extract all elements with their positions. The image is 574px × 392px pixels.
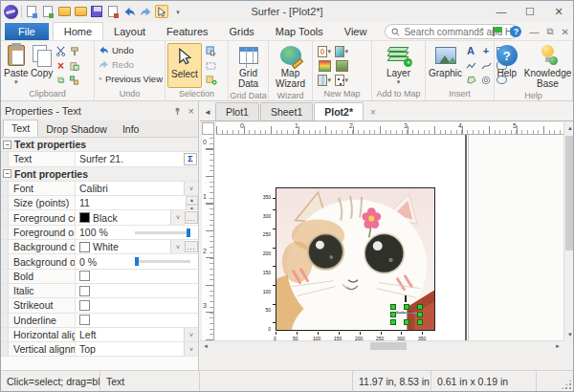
flag-icon[interactable] <box>493 27 502 36</box>
collapse-ribbon-icon[interactable]: ⌃ <box>478 27 486 36</box>
select-tool-icon[interactable] <box>155 5 168 18</box>
collapse-icon[interactable]: − <box>3 141 11 149</box>
horizontal-ruler[interactable]: 0 1 2 3 4 5 <box>216 122 563 135</box>
paste-special-icon[interactable] <box>68 59 81 72</box>
contour-map-icon[interactable]: ▾ <box>318 45 331 57</box>
vertical-scrollbar[interactable]: ▲ ▼ <box>563 122 574 340</box>
redo-icon[interactable] <box>139 5 152 18</box>
cut-icon[interactable] <box>55 45 68 57</box>
ptab-text[interactable]: Text <box>3 120 38 137</box>
doc-tab-plot1[interactable]: Plot1 <box>215 102 259 120</box>
save-icon[interactable] <box>90 5 103 18</box>
help-icon[interactable]: ? <box>510 26 521 37</box>
bold-checkbox[interactable] <box>79 271 90 281</box>
scroll-down-icon[interactable]: ▼ <box>564 329 574 340</box>
mdi-minimize-icon[interactable]: — <box>529 27 539 37</box>
help-button[interactable]: ? Help <box>495 43 519 90</box>
grid-values-icon[interactable]: ▾ <box>318 74 331 86</box>
doc-tab-plot2[interactable]: Plot2* <box>314 102 364 120</box>
tab-grids[interactable]: Grids <box>219 23 265 40</box>
foreground-color-select[interactable]: Black ˅ ... <box>76 210 198 224</box>
minimize-button[interactable]: — <box>487 1 516 22</box>
tab-home[interactable]: Home <box>53 22 103 40</box>
maximize-button[interactable]: ☐ <box>516 1 544 22</box>
spline-tool-icon[interactable] <box>479 59 493 72</box>
tab-file[interactable]: File <box>5 23 49 40</box>
select-all-icon[interactable] <box>205 74 218 86</box>
more-options-button[interactable]: ... <box>185 211 198 223</box>
chevron-down-icon[interactable]: ˅ <box>184 182 198 195</box>
vertical-scroll-thumb[interactable] <box>565 136 574 250</box>
ptab-info[interactable]: Info <box>115 121 147 137</box>
resize-grip[interactable] <box>561 379 572 390</box>
math-text-icon[interactable]: Σ <box>184 153 197 164</box>
base-map-image[interactable]: Surfer 21. <box>276 187 435 331</box>
more-options-button[interactable]: ... <box>185 241 198 252</box>
horizontal-alignment-select[interactable]: Left ˅ <box>76 328 198 341</box>
strikeout-checkbox[interactable] <box>79 300 90 311</box>
base-map-icon[interactable] <box>335 59 348 72</box>
selection-handle[interactable] <box>417 312 423 317</box>
font-select[interactable]: Calibri ˅ <box>76 182 198 195</box>
slider-thumb[interactable] <box>135 257 139 266</box>
new-worksheet-icon[interactable] <box>41 5 55 18</box>
copy-properties-icon[interactable]: ⧉ <box>55 74 68 86</box>
copy-button[interactable]: Copy <box>30 43 55 88</box>
format-painter-icon[interactable] <box>68 45 81 57</box>
grid-data-button[interactable]: Grid Data <box>236 43 261 90</box>
tab-features[interactable]: Features <box>156 23 218 40</box>
horizontal-scrollbar[interactable]: ◄ ► <box>200 340 563 351</box>
tab-layout[interactable]: Layout <box>103 23 156 40</box>
panel-close-icon[interactable]: × <box>188 105 194 117</box>
selection-handle[interactable] <box>390 319 396 325</box>
collapse-icon[interactable]: − <box>3 169 11 178</box>
chevron-down-icon[interactable]: ˅ <box>184 328 198 341</box>
slider-thumb[interactable] <box>187 229 190 237</box>
selection-handle[interactable] <box>390 304 396 310</box>
select-area-icon[interactable] <box>205 59 218 72</box>
selected-text-object[interactable]: Surfer 21. <box>390 302 423 325</box>
chevron-down-icon[interactable]: ˅ <box>170 210 185 224</box>
selection-handle[interactable] <box>390 312 396 317</box>
circle-tool-icon[interactable] <box>479 74 493 86</box>
color-relief-icon[interactable] <box>318 59 331 72</box>
chevron-down-icon[interactable]: ˅ <box>184 342 198 356</box>
open-recent-icon[interactable] <box>74 5 87 18</box>
map-wizard-button[interactable]: Map Wizard <box>275 43 306 90</box>
polyline-tool-icon[interactable] <box>464 59 477 72</box>
plot-canvas[interactable]: Surfer 21. 0 50 100 <box>215 135 563 340</box>
post-map-icon[interactable]: ▾ <box>335 74 348 86</box>
selection-handle[interactable] <box>404 304 409 310</box>
surface-3d-icon[interactable]: ▾ <box>335 45 348 57</box>
italic-checkbox[interactable] <box>79 286 90 296</box>
graphic-button[interactable]: Graphic <box>428 43 463 88</box>
tab-scroll-left-icon[interactable]: ◄ <box>200 108 215 120</box>
open-icon[interactable] <box>57 5 71 18</box>
paste-button[interactable]: Paste ▾ <box>3 43 30 88</box>
pin-icon[interactable] <box>173 107 182 116</box>
undo-icon[interactable] <box>122 5 136 18</box>
mdi-close-icon[interactable]: ✕ <box>562 27 569 37</box>
knowledge-base-button[interactable]: Knowledge Base <box>523 43 572 90</box>
export-icon[interactable] <box>106 5 120 18</box>
doc-tab-close-icon[interactable]: × <box>368 107 378 120</box>
close-button[interactable]: ✕ <box>544 1 573 22</box>
spinner-icons[interactable]: ▲▼ <box>186 196 198 209</box>
polygon-tool-icon[interactable] <box>464 74 477 86</box>
delete-icon[interactable]: × <box>55 59 68 72</box>
section-text-properties[interactable]: − Text properties <box>1 138 198 152</box>
mdi-restore-icon[interactable]: ⧉ <box>546 26 553 37</box>
qat-menu-icon[interactable]: ▾ <box>171 5 185 18</box>
previous-view-button[interactable]: Previous View <box>99 72 163 86</box>
selection-handle[interactable] <box>417 319 423 325</box>
redo-button[interactable]: Redo <box>99 57 163 72</box>
undo-button[interactable]: Undo <box>99 43 163 57</box>
select-button[interactable]: Select <box>167 43 202 88</box>
symbol-tool-icon[interactable]: + <box>479 45 493 57</box>
vertical-ruler[interactable]: 0 1 2 3 4 <box>202 135 214 340</box>
size-stepper[interactable]: 11 ▲▼ <box>76 196 198 209</box>
scroll-up-icon[interactable]: ▲ <box>564 122 574 134</box>
foreground-opacity-slider[interactable]: 100 % <box>76 226 198 239</box>
text-value-field[interactable]: Surfer 21. Σ <box>76 152 198 165</box>
section-font-properties[interactable]: − Font properties <box>1 167 198 182</box>
